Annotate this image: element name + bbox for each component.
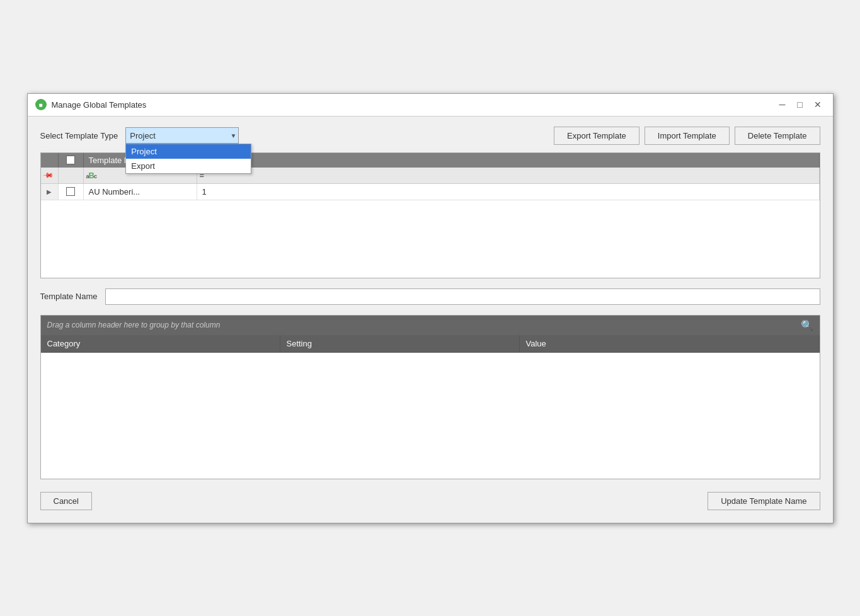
header-checkbox: [59, 153, 84, 168]
row-checkbox-cell: [59, 184, 84, 200]
settings-body: [41, 353, 820, 479]
row-template-id: 1: [197, 184, 820, 200]
filter-checkbox-cell: [59, 168, 84, 183]
dropdown-item-project[interactable]: Project: [126, 144, 251, 159]
delete-template-button[interactable]: Delete Template: [735, 127, 820, 145]
footer-row: Cancel Update Template Name: [40, 487, 820, 513]
settings-header: Category Setting Value: [41, 335, 820, 353]
main-window: ■ Manage Global Templates ─ □ ✕ Select T…: [27, 93, 834, 523]
filter-id-cell: =: [197, 168, 820, 183]
template-type-label: Select Template Type: [40, 131, 118, 140]
settings-header-value: Value: [520, 335, 820, 352]
title-bar-left: ■ Manage Global Templates: [35, 99, 147, 110]
row-indicator: ▶: [41, 184, 59, 200]
template-name-row: Template Name: [40, 286, 820, 307]
maximize-button[interactable]: □: [793, 97, 808, 112]
export-template-button[interactable]: Export Template: [554, 127, 639, 145]
cancel-button[interactable]: Cancel: [40, 492, 92, 510]
filter-pin-cell: 📌: [41, 168, 59, 183]
row-expand-icon: ▶: [47, 188, 52, 195]
template-name-input[interactable]: [105, 288, 820, 305]
window-title: Manage Global Templates: [52, 100, 147, 110]
top-row: Select Template Type Project Export ▼ Pr…: [40, 127, 820, 145]
settings-header-setting: Setting: [280, 335, 520, 352]
settings-section: Drag a column header here to group by th…: [40, 315, 820, 479]
group-bar-text: Drag a column header here to group by th…: [47, 321, 221, 329]
header-template-id: Template Id: [197, 153, 820, 168]
minimize-button[interactable]: ─: [775, 97, 790, 112]
template-type-section: Select Template Type Project Export ▼ Pr…: [40, 127, 239, 144]
template-name-label: Template Name: [40, 292, 98, 301]
close-button[interactable]: ✕: [810, 97, 825, 112]
pin-icon: 📌: [42, 169, 54, 181]
row-checkbox[interactable]: [66, 187, 75, 196]
import-template-button[interactable]: Import Template: [645, 127, 730, 145]
app-icon: ■: [35, 99, 47, 110]
table-row[interactable]: ▶ AU Numberi... 1: [41, 184, 820, 200]
dropdown-popup: Project Export: [125, 144, 251, 174]
settings-header-category: Category: [41, 335, 280, 352]
title-bar: ■ Manage Global Templates ─ □ ✕: [28, 94, 833, 117]
settings-search-button[interactable]: 🔍: [801, 319, 813, 331]
action-buttons: Export Template Import Template Delete T…: [554, 127, 820, 145]
abc-filter-icon: aBc: [86, 171, 96, 180]
header-indicator: [41, 153, 59, 168]
dropdown-item-export[interactable]: Export: [126, 159, 251, 173]
row-template-name: AU Numberi...: [84, 184, 197, 200]
window-controls: ─ □ ✕: [775, 97, 825, 112]
template-type-dropdown[interactable]: Project Export: [125, 127, 239, 144]
main-content: Select Template Type Project Export ▼ Pr…: [28, 117, 833, 523]
header-checkbox-control[interactable]: [66, 156, 75, 164]
group-bar: Drag a column header here to group by th…: [41, 316, 820, 335]
dropdown-wrapper: Project Export ▼ Project Export: [125, 127, 239, 144]
update-template-name-button[interactable]: Update Template Name: [708, 492, 820, 510]
